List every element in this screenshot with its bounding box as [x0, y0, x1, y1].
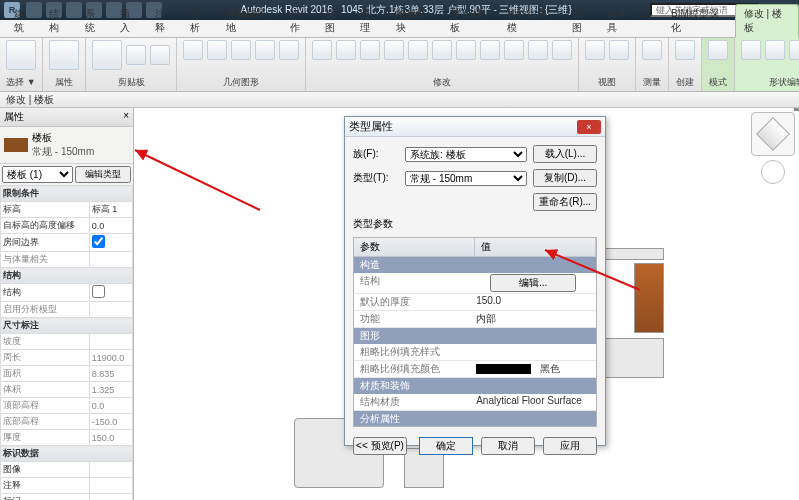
prop-note-label: 注释: [1, 478, 90, 494]
panel-clipboard-label: 剪贴板: [92, 76, 170, 89]
prop-roombound-value[interactable]: [89, 234, 132, 252]
ok-button[interactable]: 确定: [419, 437, 473, 455]
room-bound-checkbox[interactable]: [92, 235, 105, 248]
p-func-value[interactable]: 内部: [470, 311, 596, 327]
properties-grid: 限制条件 标高标高 1 自标高的高度偏移0.0 房间边界 与体量相关 结构 结构…: [0, 185, 133, 500]
paste-icon[interactable]: [92, 40, 122, 70]
se3-icon[interactable]: [789, 40, 799, 60]
tab-architecture[interactable]: 建筑: [6, 5, 41, 37]
prop-area-value: 8.835: [89, 366, 132, 382]
move-icon[interactable]: [384, 40, 404, 60]
rotate-icon[interactable]: [432, 40, 452, 60]
tab-insert[interactable]: 插入: [112, 5, 147, 37]
prop-botel-value: -150.0: [89, 414, 132, 430]
measure-icon[interactable]: [642, 40, 662, 60]
tab-extra3[interactable]: 构件与工具: [599, 5, 663, 37]
prop-image-label: 图像: [1, 462, 90, 478]
edit-type-button[interactable]: 编辑类型: [75, 166, 131, 183]
tab-view[interactable]: 视图: [317, 5, 352, 37]
cut-geom-icon[interactable]: [207, 40, 227, 60]
structural-checkbox[interactable]: [92, 285, 105, 298]
mirror-icon[interactable]: [360, 40, 380, 60]
cope-icon[interactable]: [183, 40, 203, 60]
panel-mode: 模式: [702, 38, 735, 91]
grp-materials[interactable]: 材质和装饰: [354, 378, 596, 394]
cancel-button[interactable]: 取消: [481, 437, 535, 455]
load-button[interactable]: 载入(L)...: [533, 145, 597, 163]
tab-extra1[interactable]: 构件山快模: [499, 5, 563, 37]
wallopen-icon[interactable]: [279, 40, 299, 60]
type-selector[interactable]: 楼板 常规 - 150mm: [0, 127, 133, 164]
view-cube[interactable]: [751, 112, 795, 156]
group-structural[interactable]: 结构: [1, 268, 133, 284]
prop-level-value[interactable]: 标高 1: [89, 202, 132, 218]
preview-button[interactable]: << 预览(P): [353, 437, 407, 455]
rename-button[interactable]: 重命名(R)...: [533, 193, 597, 211]
tab-massing[interactable]: 体量和场地: [218, 5, 282, 37]
p-coarsepattern-value[interactable]: [470, 344, 596, 360]
prop-ana-value: [89, 302, 132, 318]
duplicate-button[interactable]: 复制(D)...: [533, 169, 597, 187]
family-select[interactable]: 系统族: 楼板: [405, 147, 527, 162]
modify-icon[interactable]: [6, 40, 36, 70]
cut-icon[interactable]: [126, 45, 146, 65]
tab-collab[interactable]: 协作: [282, 5, 317, 37]
tab-analyze[interactable]: 分析: [182, 5, 217, 37]
tab-addins[interactable]: 附加模块: [388, 5, 443, 37]
col-value: 值: [475, 238, 596, 256]
nav-wheel-icon[interactable]: [761, 160, 785, 184]
addpoint-icon[interactable]: [708, 40, 728, 60]
prop-vol-value: 1.325: [89, 382, 132, 398]
se2-icon[interactable]: [765, 40, 785, 60]
group-dimensions[interactable]: 尺寸标注: [1, 318, 133, 334]
type-params-label: 类型参数: [353, 217, 597, 231]
tab-annotate[interactable]: 注释: [147, 5, 182, 37]
prop-offset-value[interactable]: 0.0: [89, 218, 132, 234]
prop-image-value[interactable]: [89, 462, 132, 478]
tab-structure[interactable]: 结构: [41, 5, 76, 37]
p-coarsecolor-value[interactable]: 黑色: [470, 361, 596, 377]
properties-icon[interactable]: [49, 40, 79, 70]
type-select[interactable]: 常规 - 150mm: [405, 171, 527, 186]
prop-note-value[interactable]: [89, 478, 132, 494]
prop-structural-value[interactable]: [89, 284, 132, 302]
prop-mass-label: 与体量相关: [1, 252, 90, 268]
align-icon[interactable]: [312, 40, 332, 60]
panel-properties-label: 属性: [49, 76, 79, 89]
panel-geometry-label: 几何图形: [183, 76, 299, 89]
tab-modify-floor[interactable]: 修改|楼板: [442, 5, 499, 37]
group-identity[interactable]: 标识数据: [1, 446, 133, 462]
trim-icon[interactable]: [456, 40, 476, 60]
pin-icon[interactable]: [528, 40, 548, 60]
copy-icon[interactable]: [150, 45, 170, 65]
scale-icon[interactable]: [504, 40, 524, 60]
view1-icon[interactable]: [585, 40, 605, 60]
split-icon[interactable]: [255, 40, 275, 60]
create-icon[interactable]: [675, 40, 695, 60]
tab-bim[interactable]: BIM模型深化: [663, 5, 735, 37]
copy-move-icon[interactable]: [408, 40, 428, 60]
p-defthk-label: 默认的厚度: [354, 294, 470, 310]
grp-construction[interactable]: 构造: [354, 257, 596, 273]
dialog-close-button[interactable]: ×: [577, 120, 601, 134]
close-icon[interactable]: ×: [123, 110, 129, 124]
se1-icon[interactable]: [741, 40, 761, 60]
tab-extra2[interactable]: 快图: [564, 5, 599, 37]
tab-systems[interactable]: 系统: [77, 5, 112, 37]
view2-icon[interactable]: [609, 40, 629, 60]
tab-manage[interactable]: 管理: [352, 5, 387, 37]
type-properties-dialog: 类型属性 × 族(F): 系统族: 楼板 载入(L)... 类型(T): 常规 …: [344, 116, 606, 446]
tab-modify-floor-active[interactable]: 修改 | 楼板: [735, 4, 799, 38]
grp-graphics[interactable]: 图形: [354, 328, 596, 344]
structure-edit-button[interactable]: 编辑...: [490, 274, 576, 292]
array-icon[interactable]: [480, 40, 500, 60]
delete-icon[interactable]: [552, 40, 572, 60]
offset-icon[interactable]: [336, 40, 356, 60]
grp-analytical[interactable]: 分析属性: [354, 411, 596, 427]
apply-button[interactable]: 应用: [543, 437, 597, 455]
join-icon[interactable]: [231, 40, 251, 60]
instance-filter-select[interactable]: 楼板 (1): [2, 166, 73, 183]
group-constraints[interactable]: 限制条件: [1, 186, 133, 202]
prop-mark-value[interactable]: [89, 494, 132, 501]
p-structmat-value[interactable]: Analytical Floor Surface: [470, 394, 596, 410]
